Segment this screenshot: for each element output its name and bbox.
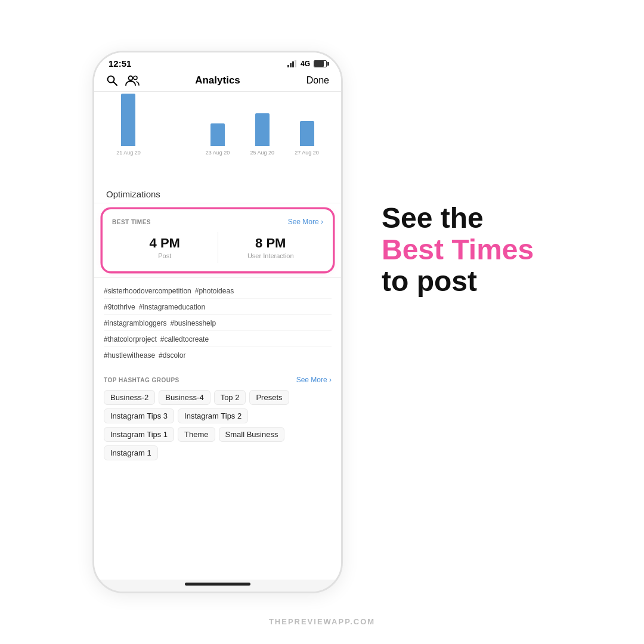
bar-group-5: 27 Aug 20 bbox=[284, 121, 329, 156]
group-tags-rows: Business-2 Business-4 Top 2 Presets Inst… bbox=[104, 390, 332, 460]
best-times-header: BEST TIMES See More › bbox=[112, 218, 323, 226]
group-tag-top2[interactable]: Top 2 bbox=[214, 390, 246, 405]
bar-label-3: 23 Aug 20 bbox=[206, 150, 230, 156]
svg-line-5 bbox=[114, 82, 117, 86]
bar-group-3: 23 Aug 20 bbox=[196, 123, 240, 156]
hashtag-9[interactable]: #hustlewithease bbox=[104, 350, 155, 361]
signal-icon bbox=[287, 60, 297, 67]
hashtag-groups-section: TOP HASHTAG GROUPS See More › Business-2… bbox=[94, 370, 341, 466]
group-tag-igtips1[interactable]: Instagram Tips 1 bbox=[104, 427, 174, 442]
hashtag-8[interactable]: #calledtocreate bbox=[160, 334, 209, 345]
right-line3: to post bbox=[382, 266, 596, 298]
post-time-label: Post bbox=[112, 252, 218, 259]
phone-mockup: 12:51 4G bbox=[92, 51, 343, 593]
best-times-card: BEST TIMES See More › 4 PM Post 8 PM Use… bbox=[103, 209, 333, 271]
hashtag-row-4: #thatcolorproject #calledtocreate bbox=[104, 332, 332, 347]
group-tag-business4[interactable]: Business-4 bbox=[159, 390, 210, 405]
nav-done-button[interactable]: Done bbox=[306, 75, 329, 86]
best-times-see-more[interactable]: See More › bbox=[288, 218, 323, 226]
hashtag-10[interactable]: #dscolor bbox=[159, 350, 185, 361]
group-row-2: Instagram Tips 3 Instagram Tips 2 bbox=[104, 408, 332, 423]
hashtag-groups-see-more[interactable]: See More › bbox=[296, 376, 332, 384]
hashtag-groups-header: TOP HASHTAG GROUPS See More › bbox=[104, 376, 332, 384]
bar-4 bbox=[255, 113, 270, 146]
phone-frame: 12:51 4G bbox=[92, 51, 343, 593]
best-times-values: 4 PM Post 8 PM User Interaction bbox=[112, 232, 323, 263]
hashtag-row-2: #9tothrive #instagrameducation bbox=[104, 300, 332, 315]
hashtags-section: #sisterhoodovercompetition #photoideas #… bbox=[94, 277, 341, 370]
svg-rect-1 bbox=[290, 63, 292, 67]
group-tag-business2[interactable]: Business-2 bbox=[104, 390, 155, 405]
bar-3 bbox=[210, 123, 225, 146]
svg-rect-0 bbox=[287, 65, 289, 67]
bar-5 bbox=[300, 121, 314, 146]
hashtag-row-3: #instagrambloggers #businesshelp bbox=[104, 316, 332, 331]
signal-text: 4G bbox=[301, 60, 310, 68]
group-tag-ig1[interactable]: Instagram 1 bbox=[104, 445, 158, 460]
right-line1: See the bbox=[382, 203, 596, 234]
nav-title: Analytics bbox=[195, 75, 240, 86]
svg-point-6 bbox=[129, 76, 133, 80]
hashtag-4[interactable]: #instagrameducation bbox=[139, 302, 205, 312]
optimizations-header: Optimizations bbox=[94, 184, 341, 203]
post-time-value: 4 PM bbox=[112, 236, 218, 251]
group-tag-theme[interactable]: Theme bbox=[178, 427, 215, 442]
right-line2: Best Times bbox=[382, 234, 596, 266]
battery-icon bbox=[314, 60, 327, 67]
status-time: 12:51 bbox=[109, 58, 131, 69]
hashtag-groups-title: TOP HASHTAG GROUPS bbox=[104, 377, 179, 383]
group-tag-presets[interactable]: Presets bbox=[249, 390, 289, 405]
chart-bars: 21 Aug 20 23 Aug 20 25 Aug 20 bbox=[106, 99, 329, 156]
svg-rect-3 bbox=[295, 60, 296, 67]
group-tag-smallbiz[interactable]: Small Business bbox=[219, 427, 285, 442]
hashtag-3[interactable]: #9tothrive bbox=[104, 302, 135, 312]
group-tag-igtips2[interactable]: Instagram Tips 2 bbox=[178, 408, 248, 423]
nav-left-icons bbox=[106, 75, 140, 86]
bar-1 bbox=[121, 94, 135, 146]
post-time-col: 4 PM Post bbox=[112, 232, 218, 263]
bar-group-4: 25 Aug 20 bbox=[240, 113, 284, 156]
bar-label-5: 27 Aug 20 bbox=[295, 150, 319, 156]
nav-bar: Analytics Done bbox=[94, 71, 341, 92]
bar-label-1: 21 Aug 20 bbox=[116, 150, 141, 156]
hashtag-2[interactable]: #photoideas bbox=[195, 286, 234, 296]
interaction-time-value: 8 PM bbox=[218, 236, 324, 251]
branding: THEPREVIEWAPP.COM bbox=[269, 617, 375, 626]
right-text-block: See the Best Times to post bbox=[382, 203, 596, 297]
hashtag-row-1: #sisterhoodovercompetition #photoideas bbox=[104, 284, 332, 299]
group-row-1: Business-2 Business-4 Top 2 Presets bbox=[104, 390, 332, 405]
people-icon[interactable] bbox=[125, 75, 140, 86]
hashtag-7[interactable]: #thatcolorproject bbox=[104, 334, 157, 345]
bar-group-2 bbox=[151, 152, 196, 156]
svg-point-7 bbox=[134, 76, 137, 80]
search-icon[interactable] bbox=[106, 75, 118, 86]
interaction-time-col: 8 PM User Interaction bbox=[218, 232, 324, 263]
group-row-3: Instagram Tips 1 Theme Small Business bbox=[104, 427, 332, 442]
status-icons: 4G bbox=[287, 60, 327, 68]
svg-rect-2 bbox=[292, 61, 294, 67]
phone-screen: 12:51 4G bbox=[94, 52, 341, 580]
group-row-4: Instagram 1 bbox=[104, 445, 332, 460]
interaction-time-label: User Interaction bbox=[218, 252, 324, 259]
chart-area: 21 Aug 20 23 Aug 20 25 Aug 20 bbox=[94, 92, 341, 184]
bar-label-4: 25 Aug 20 bbox=[250, 150, 275, 156]
best-times-title: BEST TIMES bbox=[112, 219, 151, 225]
group-tag-igtips3[interactable]: Instagram Tips 3 bbox=[104, 408, 174, 423]
hashtag-row-5: #hustlewithease #dscolor bbox=[104, 348, 332, 363]
hashtag-5[interactable]: #instagrambloggers bbox=[104, 318, 166, 329]
hashtag-1[interactable]: #sisterhoodovercompetition bbox=[104, 286, 191, 296]
bar-group-1: 21 Aug 20 bbox=[106, 94, 151, 156]
hashtag-6[interactable]: #businesshelp bbox=[170, 318, 216, 329]
status-bar: 12:51 4G bbox=[94, 52, 341, 71]
